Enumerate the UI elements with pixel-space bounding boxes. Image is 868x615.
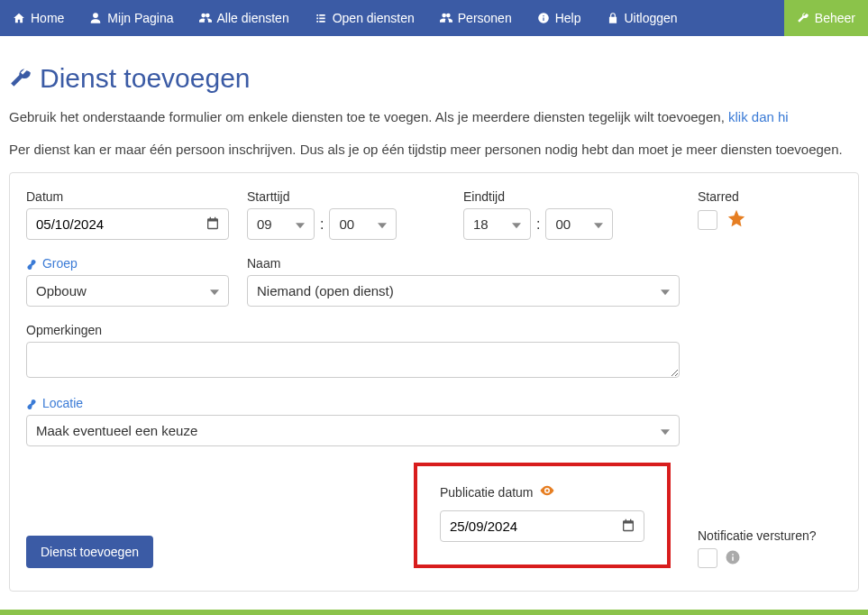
info-icon [537,12,550,24]
nav-alle-diensten[interactable]: Alle diensten [187,0,302,36]
starred-label: Starred [698,189,770,204]
nav-open-label: Open diensten [333,11,415,25]
start-min-select[interactable]: 00 [329,208,397,240]
starred-checkbox[interactable] [698,210,717,230]
groep-select[interactable]: Opbouw [26,275,229,307]
colon: : [320,216,324,233]
lock-icon [607,12,619,24]
intro-link[interactable]: klik dan hi [728,109,789,124]
users-icon [440,12,452,24]
nav-uitloggen-label: Uitloggen [625,11,678,25]
star-icon [726,208,746,231]
nav-mijn-label: Mijn Pagina [107,11,173,25]
home-icon [13,12,25,24]
pubdatum-label: Publicatie datum [440,482,644,501]
wrench-icon [9,67,32,90]
nav-uitloggen[interactable]: Uitloggen [594,0,690,36]
link-icon [26,256,39,271]
pubdatum-input[interactable] [440,510,644,542]
eye-icon [539,482,555,501]
nav-alle-label: Alle diensten [217,11,289,25]
eindtijd-label: Eindtijd [463,189,626,204]
intro-1: Gebruik het onderstaande formulier om en… [9,107,859,126]
starttijd-label: Starttijd [247,189,409,204]
start-hour-select[interactable]: 09 [247,208,315,240]
nav-personen-label: Personen [458,11,512,25]
locatie-select[interactable]: Maak eventueel een keuze [26,415,680,446]
end-min-select[interactable]: 00 [545,208,613,240]
link-icon [26,396,39,410]
nav-home-label: Home [31,11,64,25]
datum-label: Datum [26,189,229,204]
naam-label: Naam [247,256,680,271]
users-icon [199,12,212,24]
page-title: Dienst toevoegen [9,63,859,94]
opmerkingen-input[interactable] [26,342,680,378]
nav-mijn-pagina[interactable]: Mijn Pagina [77,0,186,36]
intro-2: Per dienst kan er maar één persoon insch… [9,140,859,159]
submit-button[interactable]: Dienst toevoegen [26,536,153,568]
form-card: Datum Starttijd 09 : 00 Eindtijd 18 : [9,172,859,592]
datum-input[interactable] [26,208,229,240]
pubdatum-highlight: Publicatie datum [414,463,671,568]
wrench-icon [797,12,809,24]
opmerkingen-label: Opmerkingen [26,323,680,337]
nav-open-diensten[interactable]: Open diensten [302,0,427,36]
nav-help-label: Help [555,11,581,25]
nav-beheer[interactable]: Beheer [784,0,868,36]
user-icon [89,12,102,24]
notif-label: Notificatie versturen? [698,528,817,543]
list-icon [315,12,327,24]
locatie-label[interactable]: Locatie [26,396,680,410]
nav-personen[interactable]: Personen [427,0,525,36]
groep-label[interactable]: Groep [26,256,229,271]
colon: : [536,216,540,233]
navbar: Home Mijn Pagina Alle diensten Open dien… [0,0,868,36]
naam-select[interactable]: Niemand (open dienst) [247,275,680,307]
nav-help[interactable]: Help [525,0,594,36]
info-icon [725,549,741,568]
footer-bar [0,610,868,615]
end-hour-select[interactable]: 18 [463,208,531,240]
nav-beheer-label: Beheer [815,11,855,25]
page-title-text: Dienst toevoegen [40,63,251,94]
notif-checkbox[interactable] [698,548,717,568]
nav-home[interactable]: Home [0,0,77,36]
